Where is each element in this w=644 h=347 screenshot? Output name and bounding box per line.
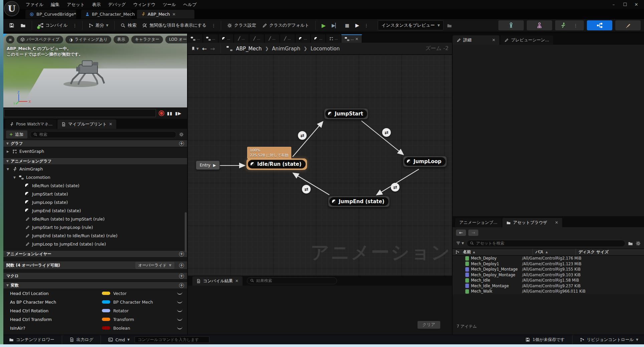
asset-row[interactable]: Mech_Deploy1_Montage/All/Game/ControlRig… bbox=[453, 267, 644, 272]
hide-unrelated-kebab[interactable]: ⋮ bbox=[210, 23, 217, 28]
tab-asset-browser[interactable]: アセットブラウザ ✕ bbox=[502, 218, 562, 227]
tree-item-state[interactable]: Idle/Run (state) (state) bbox=[3, 182, 187, 190]
add-function-button[interactable]: + bbox=[179, 263, 184, 268]
tab-bp-curvedbridge[interactable]: BP_CurvedBridge* bbox=[25, 10, 76, 19]
timeline-scrubber[interactable] bbox=[4, 109, 156, 117]
tree-item-state[interactable]: JumpStart (state) bbox=[3, 190, 187, 198]
graph-doc-tab[interactable]: ╱... bbox=[234, 34, 249, 43]
column-size[interactable]: ディスク サイズ bbox=[579, 249, 644, 255]
close-button[interactable]: ✕ bbox=[631, 2, 642, 7]
tree-item-state[interactable]: JumpLoop (state) bbox=[3, 198, 187, 207]
asset-row[interactable]: Mech_Deploy_Montage/All/Game/ControlRig9… bbox=[453, 272, 644, 278]
column-path[interactable]: パス▲ bbox=[535, 249, 576, 255]
save-button[interactable] bbox=[7, 21, 17, 30]
record-button[interactable] bbox=[159, 110, 164, 116]
eye-closed-icon[interactable] bbox=[177, 327, 182, 329]
tab-bp-character-mech[interactable]: BP_Character_Mech bbox=[81, 10, 131, 19]
frame-skip-button[interactable]: ▶▏ bbox=[329, 21, 341, 30]
cmd-dropdown[interactable]: Cmd▼ bbox=[105, 336, 133, 344]
graph-doc-tab[interactable]: ╱... bbox=[280, 34, 295, 43]
back-button[interactable]: ← bbox=[202, 45, 207, 52]
state-node-jumploop[interactable]: JumpLoop bbox=[403, 156, 447, 167]
step-forward-button[interactable]: ▶ bbox=[353, 20, 362, 30]
state-node-jumpend[interactable]: JumpEnd (state) bbox=[328, 196, 390, 207]
close-tab-icon[interactable]: ✕ bbox=[555, 220, 558, 225]
expander-icon[interactable]: ▼ bbox=[13, 176, 17, 179]
perspective-dropdown[interactable]: パースペクティブ bbox=[17, 36, 63, 43]
hide-unrelated-button[interactable]: 無関係な項目を非表示にする bbox=[140, 20, 209, 30]
tab-preview-scene[interactable]: プレビューシーン... bbox=[500, 35, 553, 45]
find-button[interactable]: 検索 bbox=[118, 20, 139, 30]
blueprint-search[interactable] bbox=[30, 131, 176, 138]
add-button[interactable]: ＋追加 bbox=[6, 130, 27, 138]
tree-item-rule[interactable]: JumpEnd (state) to Idle/Run (state) (rul… bbox=[3, 232, 187, 240]
menu-view[interactable]: 表示 bbox=[88, 0, 104, 9]
close-tab-icon[interactable]: ✕ bbox=[109, 122, 112, 126]
tree-item-animgraph[interactable]: ▼ AnimGraph bbox=[3, 165, 187, 173]
clear-button[interactable]: クリア bbox=[418, 321, 440, 329]
transition-node[interactable]: ⇄ bbox=[302, 185, 311, 194]
folder-icon[interactable] bbox=[628, 241, 633, 246]
asset-search-input[interactable] bbox=[476, 241, 622, 246]
breadcrumb-abp-mech[interactable]: ABP_Mech bbox=[236, 46, 262, 52]
eye-closed-icon[interactable] bbox=[177, 292, 182, 295]
section-anim-graphs[interactable]: ▼アニメーショングラフ bbox=[3, 157, 187, 165]
forward-button[interactable]: → bbox=[468, 230, 478, 236]
tab-abp-mech[interactable]: ABP_Mech ✕ bbox=[137, 10, 194, 19]
revision-column-icon[interactable] bbox=[455, 250, 460, 254]
graph-doc-tab[interactable]: ╱... bbox=[265, 34, 280, 43]
variable-row[interactable]: IsInAir?Boolean bbox=[3, 324, 187, 332]
add-variable-button[interactable]: + bbox=[179, 283, 184, 288]
transition-node[interactable]: ⇄ bbox=[382, 128, 391, 137]
filter-icon[interactable]: ▼ bbox=[456, 241, 464, 246]
close-tab-icon[interactable]: ✕ bbox=[355, 37, 358, 41]
section-functions[interactable]: 関数 (4 オーバーライド可能) オーバーライド▼ + bbox=[3, 261, 187, 270]
breadcrumb-animgraph[interactable]: AnimGraph bbox=[272, 46, 300, 52]
menu-asset[interactable]: アセット bbox=[63, 0, 88, 9]
variable-row[interactable]: Head Ctrl RotationRotator bbox=[3, 306, 187, 315]
column-name[interactable]: 名前▲ bbox=[463, 249, 532, 255]
add-graph-button[interactable]: + bbox=[179, 141, 184, 146]
menu-edit[interactable]: 編集 bbox=[47, 0, 63, 9]
tab-compile-results[interactable]: コンパイル結果 ✕ bbox=[192, 276, 243, 286]
tree-item-rule[interactable]: Idle/Run (state) to JumpStart (rule) bbox=[3, 215, 187, 223]
tree-item-rule[interactable]: JumpStart to JumpLoop (rule) bbox=[3, 223, 187, 232]
graph-doc-tab[interactable]: ... bbox=[326, 34, 341, 43]
back-button[interactable]: ← bbox=[456, 230, 466, 236]
animation-mode-button[interactable]: ⋮ bbox=[555, 20, 584, 30]
settings-gear-icon[interactable] bbox=[636, 241, 641, 246]
compile-options-kebab[interactable]: ⋮ bbox=[71, 23, 78, 28]
physics-mode-button[interactable] bbox=[615, 20, 641, 30]
expander-icon[interactable]: ▶ bbox=[7, 150, 10, 153]
menu-debug[interactable]: デバッグ bbox=[104, 0, 129, 9]
close-tab-icon[interactable]: ✕ bbox=[172, 12, 176, 17]
compile-button[interactable]: ✓ コンパイル bbox=[36, 20, 70, 30]
asset-row[interactable]: Mech_Idle/All/Game/ControlRig1.58 MiB bbox=[453, 278, 644, 283]
minimize-button[interactable]: – bbox=[608, 2, 619, 7]
step-frame-button[interactable]: ▮▶ bbox=[175, 111, 181, 116]
forward-button[interactable]: → bbox=[210, 45, 215, 52]
graph-doc-tab[interactable]: ... bbox=[311, 34, 326, 43]
revision-control-button[interactable]: リビジョンコントロール▼ bbox=[577, 336, 641, 344]
browse-asset-button[interactable] bbox=[18, 21, 28, 30]
graph-doc-tab-active[interactable]: ...✕ bbox=[341, 34, 362, 43]
preview-folder-icon[interactable] bbox=[447, 23, 452, 28]
class-defaults-button[interactable]: クラスのデフォルト bbox=[260, 20, 312, 30]
graph-doc-tab[interactable]: ... bbox=[295, 34, 311, 43]
graph-doc-tab[interactable]: ╱... bbox=[249, 34, 265, 43]
add-macro-button[interactable]: + bbox=[179, 274, 184, 279]
playback-options-kebab[interactable]: ⋮ bbox=[363, 23, 370, 28]
mesh-mode-button[interactable] bbox=[527, 20, 552, 30]
content-drawer-button[interactable]: コンテンツドロワー bbox=[6, 336, 57, 344]
scrollbar-thumb[interactable] bbox=[185, 212, 187, 252]
panel-settings-gear-icon[interactable] bbox=[179, 132, 184, 137]
skeleton-mode-button[interactable] bbox=[498, 20, 524, 30]
eye-closed-icon[interactable] bbox=[177, 309, 182, 312]
menu-help[interactable]: ヘルプ bbox=[180, 0, 200, 9]
transition-node[interactable]: ⇄ bbox=[391, 183, 399, 192]
tab-animation-blueprint[interactable]: アニメーションブ... bbox=[455, 218, 501, 227]
close-tab-icon[interactable]: ✕ bbox=[492, 38, 495, 42]
breadcrumb-locomotion[interactable]: Locomotion bbox=[311, 46, 340, 52]
play-button[interactable]: ▶ bbox=[319, 20, 328, 31]
section-graphs[interactable]: ▼グラフ + bbox=[3, 140, 187, 147]
